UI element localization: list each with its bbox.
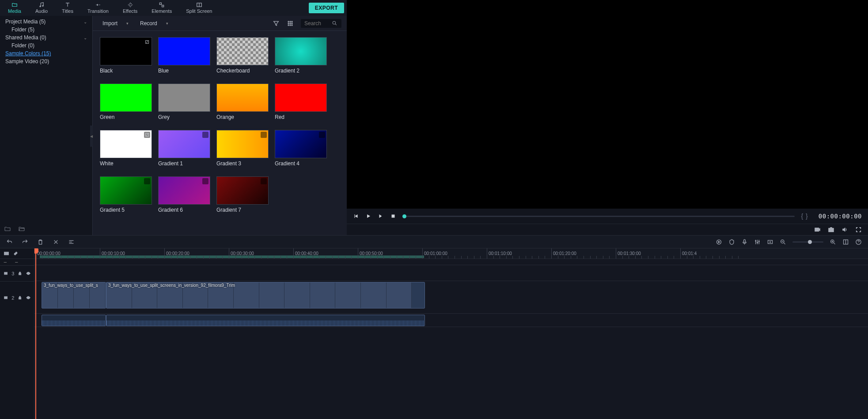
color-thumb-gradient-1[interactable]: Gradient 1	[158, 130, 210, 167]
step-back-button[interactable]	[353, 213, 359, 219]
search-input[interactable]	[304, 20, 329, 27]
color-thumb-gradient-2[interactable]: Gradient 2	[275, 37, 327, 74]
tab-effects[interactable]: Effects	[116, 1, 144, 15]
preview-canvas[interactable]	[347, 0, 868, 209]
zoom-in-icon[interactable]	[830, 239, 836, 245]
track-header-3[interactable]: 3	[0, 265, 34, 281]
color-grid: BlackBlueCheckerboardGradient 2GreenGrey…	[93, 31, 347, 219]
add-icon[interactable]	[144, 39, 150, 45]
timeline-settings-icon[interactable]	[4, 251, 9, 256]
download-icon[interactable]	[202, 132, 208, 138]
delete-icon[interactable]	[37, 239, 44, 245]
minus-icon[interactable]: −	[4, 259, 7, 265]
record-dropdown[interactable]: Record ▾	[136, 20, 168, 27]
new-folder-icon[interactable]	[4, 225, 11, 232]
tree-project-folder[interactable]: Folder (5)	[0, 26, 92, 34]
tab-elements[interactable]: Elements	[144, 1, 179, 15]
grid-view-icon[interactable]	[287, 20, 294, 27]
color-thumb-checkerboard[interactable]: Checkerboard	[216, 37, 269, 74]
collapse-tree-handle[interactable]: ◀	[90, 126, 93, 147]
tree-sample-video[interactable]: Sample Video (20)	[0, 57, 92, 65]
zoom-out-icon[interactable]	[780, 239, 786, 245]
stop-button[interactable]	[390, 213, 396, 219]
transition-icon	[95, 2, 101, 8]
tree-sample-colors[interactable]: Sample Colors (15)	[0, 50, 92, 57]
add-marker-icon[interactable]	[767, 239, 773, 245]
voiceover-icon[interactable]	[741, 239, 748, 245]
track-2-audio[interactable]	[34, 314, 868, 327]
preview-scrubber[interactable]	[402, 216, 795, 217]
tree-shared-media[interactable]: Shared Media (0) ⌄	[0, 34, 92, 42]
tab-transition[interactable]: Transition	[80, 1, 116, 15]
volume-icon[interactable]	[841, 226, 848, 233]
color-thumb-orange[interactable]: Orange	[216, 84, 269, 120]
eye-icon[interactable]	[26, 270, 30, 276]
marker-icon[interactable]	[728, 239, 735, 245]
snapshot-icon[interactable]	[828, 226, 834, 233]
render-icon[interactable]	[716, 239, 722, 245]
mark-out-icon[interactable]: }	[806, 213, 808, 220]
audio-clip-1[interactable]	[42, 315, 106, 326]
thumb-swatch	[216, 176, 269, 205]
color-thumb-green[interactable]: Green	[100, 84, 152, 120]
split-icon[interactable]	[53, 239, 59, 245]
lock-icon[interactable]	[18, 295, 22, 301]
search-icon[interactable]	[332, 20, 337, 26]
edit-tools-icon[interactable]	[68, 239, 75, 245]
track-3[interactable]	[34, 265, 868, 281]
step-forward-button[interactable]	[378, 213, 384, 219]
folder-open-icon[interactable]	[18, 225, 26, 232]
tab-splitscreen[interactable]: Split Screen	[179, 1, 219, 15]
export-button[interactable]: EXPORT	[309, 3, 344, 13]
zoom-fit-icon[interactable]	[842, 239, 849, 245]
eye-icon[interactable]	[26, 295, 30, 301]
track-header-2[interactable]: 2	[0, 281, 34, 314]
tab-titles[interactable]: Titles	[55, 1, 80, 15]
tree-project-media[interactable]: Project Media (5) ⌄	[0, 18, 92, 26]
color-thumb-blue[interactable]: Blue	[158, 37, 210, 74]
color-thumb-red[interactable]: Red	[275, 84, 327, 120]
download-icon[interactable]	[202, 178, 208, 184]
timeline-ruler[interactable]: 00:00:00:0000:00:10:0000:00:20:0000:00:3…	[34, 248, 868, 259]
thumb-swatch	[216, 84, 269, 112]
fullscreen-icon[interactable]	[855, 226, 862, 233]
link-icon[interactable]	[13, 251, 19, 256]
undo-icon[interactable]	[6, 239, 13, 245]
minus-icon[interactable]: −	[15, 259, 19, 265]
thumb-swatch	[216, 130, 269, 158]
color-thumb-gradient-6[interactable]: Gradient 6	[158, 176, 210, 213]
color-thumb-gradient-4[interactable]: Gradient 4	[275, 130, 327, 167]
quality-icon[interactable]	[814, 226, 821, 233]
mark-in-icon[interactable]: {	[801, 213, 803, 220]
clip-2[interactable]: 3_fun_ways_to_use_split_screens_in_versi…	[106, 282, 425, 309]
color-thumb-gradient-5[interactable]: Gradient 5	[100, 176, 152, 213]
color-thumb-gradient-3[interactable]: Gradient 3	[216, 130, 269, 167]
download-icon[interactable]	[319, 132, 325, 138]
lock-icon[interactable]	[18, 270, 22, 276]
track-2-video[interactable]: 3_fun_ways_to_use_split_s 3_fun_ways_to_…	[34, 281, 868, 314]
import-dropdown[interactable]: Import ▾	[98, 20, 129, 27]
add-icon[interactable]	[144, 132, 150, 138]
scrubber-handle[interactable]	[402, 214, 406, 218]
tab-audio[interactable]: Audio	[28, 1, 55, 15]
download-icon[interactable]	[261, 132, 267, 138]
filter-icon[interactable]	[273, 20, 280, 27]
color-thumb-grey[interactable]: Grey	[158, 84, 210, 120]
zoom-knob[interactable]	[808, 240, 812, 244]
download-icon[interactable]	[144, 178, 150, 184]
color-thumb-white[interactable]: White	[100, 130, 152, 167]
play-button[interactable]	[365, 213, 371, 219]
help-icon[interactable]	[855, 239, 862, 245]
tree-shared-folder[interactable]: Folder (0)	[0, 42, 92, 50]
clip-1[interactable]: 3_fun_ways_to_use_split_s	[42, 282, 106, 309]
audio-clip-2[interactable]	[106, 315, 425, 326]
playhead[interactable]	[35, 248, 36, 419]
tab-media[interactable]: Media	[1, 1, 28, 15]
color-thumb-black[interactable]: Black	[100, 37, 152, 74]
color-thumb-gradient-7[interactable]: Gradient 7	[216, 176, 269, 213]
svg-point-25	[758, 241, 759, 242]
redo-icon[interactable]	[22, 239, 28, 245]
audio-mixer-icon[interactable]	[754, 239, 761, 245]
zoom-slider[interactable]	[792, 241, 823, 243]
download-icon[interactable]	[261, 178, 267, 184]
